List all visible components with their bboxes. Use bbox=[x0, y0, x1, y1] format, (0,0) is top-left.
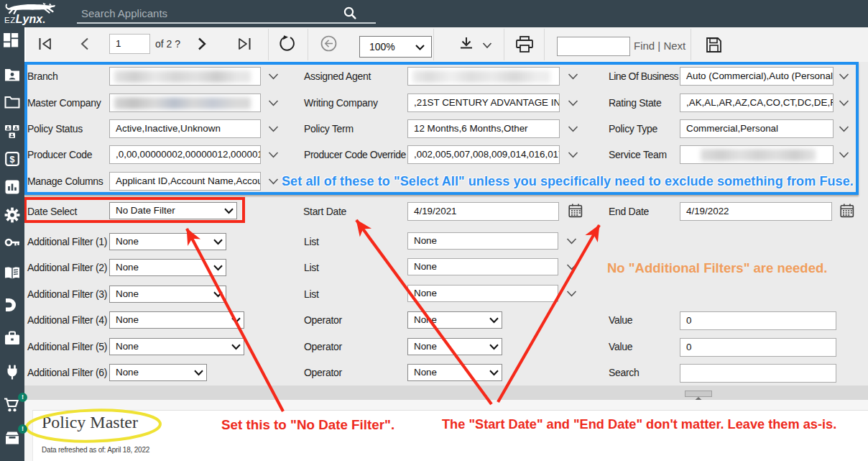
svg-text:$: $ bbox=[10, 155, 15, 165]
